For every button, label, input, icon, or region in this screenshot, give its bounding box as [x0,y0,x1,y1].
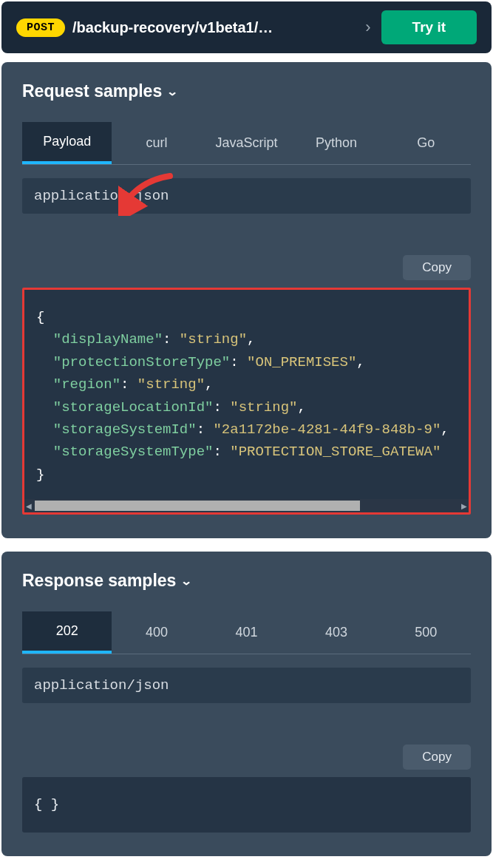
request-title-label: Request samples [22,81,162,101]
request-samples-title[interactable]: Request samples ⌄ [22,81,471,101]
response-title-label: Response samples [22,571,176,591]
tab-payload[interactable]: Payload [22,122,112,164]
request-samples-panel: Request samples ⌄ Payload curl JavaScrip… [1,62,492,538]
scroll-left-icon[interactable]: ◀ [26,502,32,510]
tab-go[interactable]: Go [381,122,471,164]
request-payload-code[interactable]: { "displayName": "string", "protectionSt… [24,290,469,499]
request-copy-button[interactable]: Copy [403,255,471,280]
chevron-down-icon: ⌄ [180,574,193,588]
chevron-down-icon: ⌄ [166,85,179,98]
tab-400[interactable]: 400 [112,611,201,654]
tab-500[interactable]: 500 [381,611,471,654]
horizontal-scrollbar[interactable]: ◀ ▶ [24,499,469,512]
tab-202[interactable]: 202 [22,611,112,654]
scroll-right-icon[interactable]: ▶ [461,502,467,510]
tab-401[interactable]: 401 [202,611,291,654]
try-it-button[interactable]: Try it [381,10,477,44]
tab-javascript[interactable]: JavaScript [202,122,291,164]
response-tabs: 202 400 401 403 500 [22,611,471,654]
request-code-highlighted: { "displayName": "string", "protectionSt… [22,288,471,515]
response-samples-panel: Response samples ⌄ 202 400 401 403 500 a… [1,552,492,855]
response-mime-type[interactable]: application/json [22,668,471,703]
tab-curl[interactable]: curl [112,122,201,164]
tab-403[interactable]: 403 [291,611,381,654]
response-samples-title[interactable]: Response samples ⌄ [22,571,471,591]
response-copy-button[interactable]: Copy [403,745,471,770]
http-method-badge: POST [16,18,65,37]
chevron-right-icon: › [365,18,370,37]
endpoint-path: /backup-recovery/v1beta1/… [72,19,355,36]
request-mime-type[interactable]: application/json [22,178,471,214]
tab-python[interactable]: Python [291,122,381,164]
scrollbar-thumb[interactable] [35,501,360,511]
request-tabs: Payload curl JavaScript Python Go [22,122,471,165]
response-body-code[interactable]: { } [22,777,471,832]
endpoint-bar: POST /backup-recovery/v1beta1/… › Try it [1,1,492,53]
